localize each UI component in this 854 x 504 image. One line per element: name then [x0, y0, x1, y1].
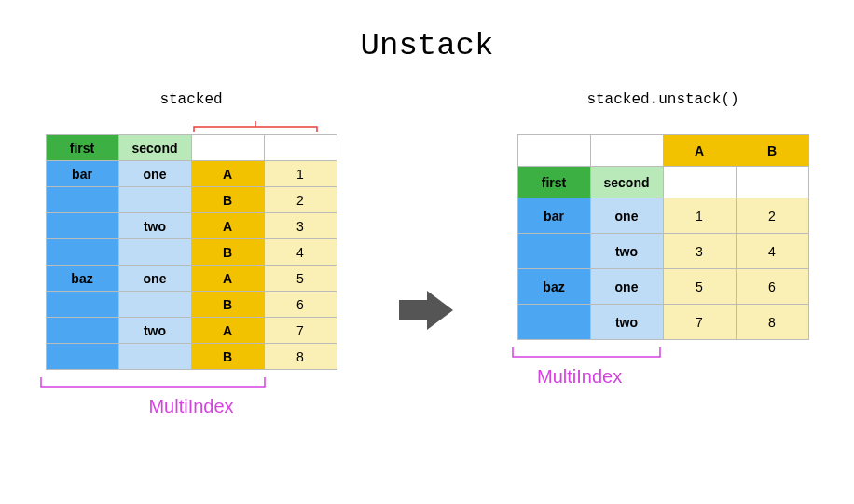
idx-first [46, 239, 118, 266]
unstacked-caption: stacked.unstack() [586, 91, 738, 112]
svg-marker-0 [399, 291, 453, 330]
header-first: first [46, 135, 118, 161]
idx-level: B [191, 187, 264, 213]
idx-first: bar [46, 161, 118, 187]
value-cell: 1 [663, 198, 736, 234]
value-cell: 8 [736, 305, 808, 340]
value-cell: 6 [736, 269, 808, 305]
table-row: B 2 [46, 187, 337, 213]
table-row: B 8 [46, 344, 337, 370]
magenta-bracket-icon [509, 346, 817, 362]
idx-level: B [191, 292, 264, 318]
diagram-wrap: stacked first second bar one A 1 [37, 91, 817, 417]
idx-level: A [191, 213, 264, 239]
idx-second: two [590, 234, 663, 269]
table-row: B 4 [46, 239, 337, 266]
idx-second: two [118, 213, 191, 239]
idx-level: B [191, 344, 264, 370]
idx-second: one [590, 269, 663, 305]
idx-second [118, 292, 191, 318]
unstacked-panel: stacked.unstack() A B first second bar o… [509, 91, 817, 388]
table-row: baz one A 5 [46, 266, 337, 292]
multiindex-label: MultiIndex [148, 396, 233, 417]
table-row: bar one A 1 [46, 161, 337, 187]
header-first: first [517, 167, 590, 198]
unstacked-index-header-row: first second [517, 167, 808, 198]
idx-first [46, 213, 118, 239]
idx-second: one [590, 198, 663, 234]
table-row: B 6 [46, 292, 337, 318]
idx-level: A [191, 266, 264, 292]
header-blank [517, 135, 590, 167]
value-cell: 8 [264, 344, 337, 370]
table-row: bar one 1 2 [517, 198, 808, 234]
header-blank-2 [264, 135, 337, 161]
idx-level: A [191, 161, 264, 187]
arrow-wrap [399, 287, 455, 334]
idx-first: bar [517, 198, 590, 234]
idx-level: B [191, 239, 264, 266]
value-cell: 7 [264, 318, 337, 344]
header-second: second [590, 167, 663, 198]
page-title: Unstack [37, 28, 817, 63]
table-row: two A 7 [46, 318, 337, 344]
arrow-right-icon [399, 287, 455, 334]
idx-first [46, 344, 118, 370]
idx-level: A [191, 318, 264, 344]
value-cell: 4 [264, 239, 337, 266]
value-cell: 5 [264, 266, 337, 292]
idx-second: one [118, 266, 191, 292]
header-blank [736, 167, 808, 198]
value-cell: 2 [736, 198, 808, 234]
value-cell: 4 [736, 234, 808, 269]
multiindex-label: MultiIndex [537, 366, 622, 388]
table-row: two 3 4 [517, 234, 808, 269]
idx-first: baz [517, 269, 590, 305]
magenta-bracket-icon [37, 375, 345, 392]
idx-first [517, 234, 590, 269]
unstacked-table: A B first second bar one 1 2 two 3 4 [517, 134, 809, 340]
magenta-bracket-wrap [37, 375, 345, 392]
stacked-table: first second bar one A 1 B 2 two A [46, 134, 337, 370]
idx-second [118, 239, 191, 266]
stacked-caption: stacked [159, 91, 222, 112]
idx-second: one [118, 161, 191, 187]
idx-first [46, 318, 118, 344]
table-row: baz one 5 6 [517, 269, 808, 305]
idx-second: two [590, 305, 663, 340]
header-second: second [118, 135, 191, 161]
header-blank [590, 135, 663, 167]
value-cell: 7 [663, 305, 736, 340]
value-cell: 1 [264, 161, 337, 187]
idx-second [118, 344, 191, 370]
value-cell: 6 [264, 292, 337, 318]
stacked-header-row: first second [46, 135, 337, 161]
value-cell: 2 [264, 187, 337, 213]
table-row: two 7 8 [517, 305, 808, 340]
stacked-panel: stacked first second bar one A 1 [37, 91, 345, 417]
red-bracket-icon [37, 121, 345, 134]
idx-first: baz [46, 266, 118, 292]
value-cell: 5 [663, 269, 736, 305]
idx-second [118, 187, 191, 213]
header-blank-1 [191, 135, 264, 161]
col-header-B: B [736, 135, 808, 167]
value-cell: 3 [264, 213, 337, 239]
idx-second: two [118, 318, 191, 344]
idx-first [46, 187, 118, 213]
magenta-bracket-wrap [509, 346, 817, 362]
table-row: two A 3 [46, 213, 337, 239]
idx-first [46, 292, 118, 318]
header-blank [663, 167, 736, 198]
red-bracket-wrap [37, 121, 345, 134]
unstacked-col-header-row: A B [517, 135, 808, 167]
col-header-A: A [663, 135, 736, 167]
idx-first [517, 305, 590, 340]
value-cell: 3 [663, 234, 736, 269]
